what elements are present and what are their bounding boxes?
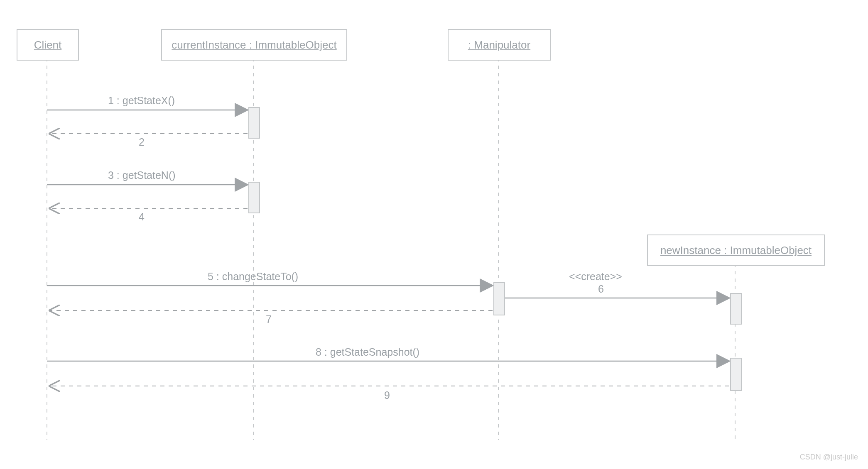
- activation-currentinstance-2: [248, 182, 260, 213]
- return-2-label: 2: [139, 136, 145, 148]
- lifeline-currentinstance-label: currentInstance : ImmutableObject: [172, 39, 336, 51]
- lifeline-manipulator-label: : Manipulator: [468, 39, 530, 51]
- activation-newinstance-2: [730, 358, 742, 391]
- return-9-label: 9: [384, 389, 390, 401]
- lifeline-client-label: Client: [34, 39, 61, 51]
- msg-6-num-label: 6: [598, 283, 604, 295]
- msg-3-label: 3 : getStateN(): [108, 169, 176, 181]
- return-4-label: 4: [139, 211, 145, 223]
- msg-1-label: 1 : getStateX(): [108, 95, 175, 107]
- activation-newinstance-1: [730, 293, 742, 325]
- watermark-text: CSDN @just-julie: [800, 453, 858, 462]
- return-7-label: 7: [266, 313, 272, 325]
- lifeline-newinstance-label: newInstance : ImmutableObject: [660, 244, 812, 257]
- msg-8-label: 8 : getStateSnapshot(): [316, 346, 419, 358]
- lifeline-manipulator-box: : Manipulator: [448, 29, 551, 61]
- msg-6-stereo-label: <<create>>: [569, 271, 622, 283]
- lifeline-client-box: Client: [17, 29, 79, 61]
- activation-currentinstance-1: [248, 107, 260, 139]
- activation-manipulator: [493, 282, 505, 315]
- msg-5-label: 5 : changeStateTo(): [208, 271, 298, 283]
- lifeline-currentinstance-box: currentInstance : ImmutableObject: [161, 29, 347, 61]
- lifeline-newinstance-box: newInstance : ImmutableObject: [647, 234, 825, 266]
